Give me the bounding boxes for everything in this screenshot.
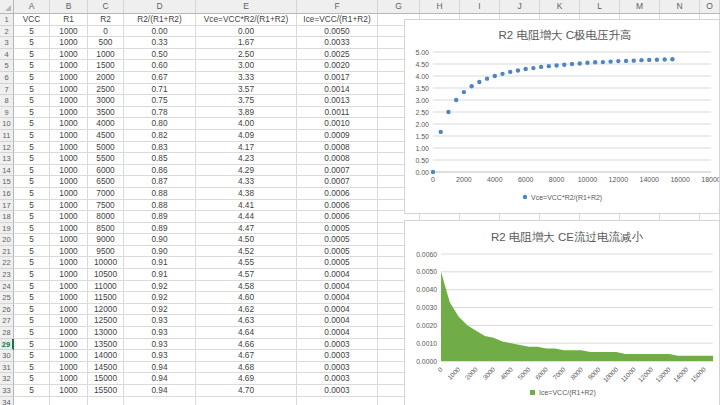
cell-A8[interactable]: 5 xyxy=(14,95,50,107)
cell-B24[interactable]: 1000 xyxy=(50,281,88,293)
cell-C20[interactable]: 9000 xyxy=(88,234,124,246)
cell-E4[interactable]: 2.50 xyxy=(196,49,297,61)
cell-B31[interactable]: 1000 xyxy=(50,362,88,374)
cell-E8[interactable]: 3.75 xyxy=(196,95,297,107)
cell-C7[interactable]: 2500 xyxy=(88,84,124,96)
column-header-B[interactable]: B xyxy=(50,0,88,13)
cell-F3[interactable]: 0.0033 xyxy=(297,37,378,49)
cell-D8[interactable]: 0.75 xyxy=(124,95,196,107)
chart-ice-area[interactable]: 0.00000.00100.00200.00300.00400.00500.00… xyxy=(404,220,720,405)
cell-A25[interactable]: 5 xyxy=(14,292,50,304)
row-header-23[interactable]: 23 xyxy=(0,269,14,281)
cell-F23[interactable]: 0.0004 xyxy=(297,269,378,281)
cell-B28[interactable]: 1000 xyxy=(50,327,88,339)
cell-C19[interactable]: 8500 xyxy=(88,223,124,235)
cell-D20[interactable]: 0.90 xyxy=(124,234,196,246)
cell-E5[interactable]: 3.00 xyxy=(196,60,297,72)
column-header-A[interactable]: A xyxy=(14,0,50,13)
cell-A32[interactable]: 5 xyxy=(14,373,50,385)
cell-C13[interactable]: 5500 xyxy=(88,153,124,165)
row-header-29[interactable]: 29 xyxy=(0,339,14,351)
cell-A1[interactable]: VCC xyxy=(14,14,50,26)
cell-D33[interactable]: 0.94 xyxy=(124,385,196,397)
cell-F10[interactable]: 0.0010 xyxy=(297,118,378,130)
cell-E11[interactable]: 4.09 xyxy=(196,130,297,142)
cell-E15[interactable]: 4.33 xyxy=(196,176,297,188)
cell-B6[interactable]: 1000 xyxy=(50,72,88,84)
cell-C27[interactable]: 12500 xyxy=(88,315,124,327)
cell-C1[interactable]: R2 xyxy=(88,14,124,26)
cell-A4[interactable]: 5 xyxy=(14,49,50,61)
cell-B29[interactable]: 1000 xyxy=(50,339,88,351)
cell-E31[interactable]: 4.68 xyxy=(196,362,297,374)
cell-A26[interactable]: 5 xyxy=(14,304,50,316)
cell-A14[interactable]: 5 xyxy=(14,165,50,177)
cell-B32[interactable]: 1000 xyxy=(50,373,88,385)
cell-F4[interactable]: 0.0025 xyxy=(297,49,378,61)
cell-F32[interactable]: 0.0003 xyxy=(297,373,378,385)
column-header-D[interactable]: D xyxy=(124,0,196,13)
row-header-1[interactable]: 1 xyxy=(0,14,14,26)
cell-A15[interactable]: 5 xyxy=(14,176,50,188)
column-header-F[interactable]: F xyxy=(297,0,378,13)
cell-B23[interactable]: 1000 xyxy=(50,269,88,281)
cell-D13[interactable]: 0.85 xyxy=(124,153,196,165)
cell-C12[interactable]: 5000 xyxy=(88,142,124,154)
cell-E34[interactable] xyxy=(196,397,297,405)
cell-C4[interactable]: 1000 xyxy=(88,49,124,61)
column-header-L[interactable]: L xyxy=(580,0,620,13)
cell-F31[interactable]: 0.0003 xyxy=(297,362,378,374)
cell-C6[interactable]: 2000 xyxy=(88,72,124,84)
row-header-20[interactable]: 20 xyxy=(0,234,14,246)
cell-A28[interactable]: 5 xyxy=(14,327,50,339)
cell-D10[interactable]: 0.80 xyxy=(124,118,196,130)
row-header-5[interactable]: 5 xyxy=(0,60,14,72)
cell-B19[interactable]: 1000 xyxy=(50,223,88,235)
cell-C30[interactable]: 14000 xyxy=(88,350,124,362)
cell-B20[interactable]: 1000 xyxy=(50,234,88,246)
cell-C22[interactable]: 10000 xyxy=(88,257,124,269)
row-header-9[interactable]: 9 xyxy=(0,107,14,119)
cell-B4[interactable]: 1000 xyxy=(50,49,88,61)
cell-C15[interactable]: 6500 xyxy=(88,176,124,188)
row-header-25[interactable]: 25 xyxy=(0,292,14,304)
cell-B13[interactable]: 1000 xyxy=(50,153,88,165)
cell-E9[interactable]: 3.89 xyxy=(196,107,297,119)
row-header-24[interactable]: 24 xyxy=(0,281,14,293)
cell-E12[interactable]: 4.17 xyxy=(196,142,297,154)
cell-A29[interactable]: 5 xyxy=(14,339,50,351)
cell-E3[interactable]: 1.67 xyxy=(196,37,297,49)
row-header-3[interactable]: 3 xyxy=(0,37,14,49)
cell-D25[interactable]: 0.92 xyxy=(124,292,196,304)
cell-F1[interactable]: Ice=VCC/(R1+R2) xyxy=(297,14,378,26)
row-header-17[interactable]: 17 xyxy=(0,200,14,212)
cell-D17[interactable]: 0.88 xyxy=(124,200,196,212)
cell-A10[interactable]: 5 xyxy=(14,118,50,130)
cell-F18[interactable]: 0.0006 xyxy=(297,211,378,223)
row-header-31[interactable]: 31 xyxy=(0,362,14,374)
cell-A27[interactable]: 5 xyxy=(14,315,50,327)
cell-E30[interactable]: 4.67 xyxy=(196,350,297,362)
row-header-14[interactable]: 14 xyxy=(0,165,14,177)
row-header-21[interactable]: 21 xyxy=(0,246,14,258)
cell-F2[interactable]: 0.0050 xyxy=(297,26,378,38)
cell-D6[interactable]: 0.67 xyxy=(124,72,196,84)
cell-E17[interactable]: 4.41 xyxy=(196,200,297,212)
cell-C31[interactable]: 14500 xyxy=(88,362,124,374)
cell-C34[interactable] xyxy=(88,397,124,405)
cell-E7[interactable]: 3.57 xyxy=(196,84,297,96)
cell-A7[interactable]: 5 xyxy=(14,84,50,96)
cell-D22[interactable]: 0.91 xyxy=(124,257,196,269)
cell-B3[interactable]: 1000 xyxy=(50,37,88,49)
row-header-10[interactable]: 10 xyxy=(0,118,14,130)
cell-E19[interactable]: 4.47 xyxy=(196,223,297,235)
row-header-8[interactable]: 8 xyxy=(0,95,14,107)
column-header-M[interactable]: M xyxy=(620,0,660,13)
cell-A33[interactable]: 5 xyxy=(14,385,50,397)
cell-C28[interactable]: 13000 xyxy=(88,327,124,339)
column-header-J[interactable]: J xyxy=(500,0,540,13)
cell-F29[interactable]: 0.0003 xyxy=(297,339,378,351)
column-header-H[interactable]: H xyxy=(420,0,460,13)
cell-B7[interactable]: 1000 xyxy=(50,84,88,96)
row-header-22[interactable]: 22 xyxy=(0,257,14,269)
